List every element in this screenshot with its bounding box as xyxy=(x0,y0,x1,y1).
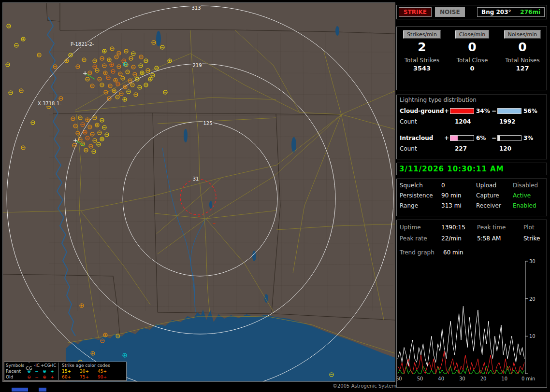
legend-row: Symbols-CG-IC+CG+ICStrike age color code… xyxy=(6,363,125,368)
settings-row: Squelch 0 Upload Disabled xyxy=(397,182,547,190)
capture-label: Capture xyxy=(476,192,499,199)
uptime-value: 1390:15 xyxy=(441,224,465,231)
plot-label: Plot xyxy=(523,224,535,231)
taskbar-fragment xyxy=(12,388,28,392)
bearing-value: Bng 203° xyxy=(481,9,511,15)
peak-time-value: 5:58 AM xyxy=(477,235,501,242)
upload-label: Upload xyxy=(476,182,496,189)
lightning-map[interactable]: 31321912531 P-1821-2-X-3718-1- Symbols-C… xyxy=(2,2,395,382)
legend-age-value: 75+ xyxy=(80,374,98,380)
copyright-text: ©2005 Astrogenic Systems xyxy=(333,383,399,389)
trend-y-tick-label: 20 xyxy=(529,296,536,302)
trend-window-value: 60 min xyxy=(443,249,463,256)
bearing-box: Bng 203° 276mi xyxy=(477,7,545,17)
counters-section: Strikes/min 2 Total Strikes 3543 Close/m… xyxy=(396,27,547,90)
lake xyxy=(156,31,161,46)
range-label: Range xyxy=(400,202,418,209)
cg-plus-pct: 34% xyxy=(476,108,490,114)
ic-minus-pct: 3% xyxy=(523,135,533,141)
legend-age-area: Strike age color codes xyxy=(58,363,125,368)
total-noises-label: Total Noises xyxy=(497,57,548,64)
strikes-per-min-button[interactable]: Strikes/min xyxy=(403,30,441,39)
trend-y-tick-label: 30 xyxy=(529,259,536,264)
legend-strike-symbol-icon: − xyxy=(33,368,41,374)
persistence-label: Persistence xyxy=(400,192,433,199)
legend-symbol-header: +CG xyxy=(41,363,48,368)
ic-plus-bar-fill xyxy=(450,136,458,140)
legend-strike-symbol-icon: ⊕ xyxy=(41,374,48,380)
trend-graph-label: Trend graph xyxy=(400,249,434,256)
statistics-section: Uptime 1390:15 Peak time Plot Peak rate … xyxy=(396,220,547,388)
plus-sign: + xyxy=(444,135,449,141)
trend-x-tick-label: 50 xyxy=(417,376,423,381)
legend-row: Old⊖−⊕+60+75+90+ xyxy=(6,374,125,380)
legend-strike-symbol-icon: ⊖ xyxy=(25,374,33,380)
peak-time-label: Peak time xyxy=(477,224,506,231)
minus-sign: − xyxy=(492,108,496,114)
squelch-label: Squelch xyxy=(400,182,423,189)
count-label: Count xyxy=(400,145,417,152)
lake xyxy=(209,201,212,209)
ic-plus-bar xyxy=(450,135,474,141)
taskbar-fragment xyxy=(39,388,46,392)
distribution-title: Lightning type distribution xyxy=(397,95,547,105)
intracloud-row: Intracloud + 6% − 3% xyxy=(397,135,547,142)
peak-rate-label: Peak rate xyxy=(400,235,427,242)
plus-sign: + xyxy=(444,108,449,114)
noises-per-min-button[interactable]: Noises/min xyxy=(504,30,541,39)
ic-plus-pct: 6% xyxy=(476,135,486,141)
legend-strike-symbol-icon: + xyxy=(48,374,56,380)
lake xyxy=(184,129,188,142)
uptime-label: Uptime xyxy=(400,224,421,231)
legend-strike-symbol-icon: − xyxy=(33,374,41,380)
strikes-counter-column: Strikes/min 2 Total Strikes 3543 xyxy=(397,27,447,72)
squelch-value: 0 xyxy=(441,182,445,189)
legend-age-value: 60+ xyxy=(62,374,80,380)
intracloud-label: Intracloud xyxy=(400,135,433,141)
legend-age-value: 15+ xyxy=(62,368,80,374)
noise-indicator[interactable]: NOISE xyxy=(435,7,465,17)
close-per-min-button[interactable]: Close/min xyxy=(455,30,489,39)
peak-rate-value: 22/min xyxy=(441,235,462,242)
total-strikes-label: Total Strikes xyxy=(397,57,447,64)
count-label: Count xyxy=(400,118,417,125)
lake xyxy=(335,26,339,36)
receiver-label: Receiver xyxy=(476,202,501,209)
ring-range-label: 219 xyxy=(192,63,202,68)
upload-status: Disabled xyxy=(513,182,538,189)
cloud-ground-count-row: Count 1204 1992 xyxy=(397,118,547,126)
trend-graph: 3020106050403020100 min xyxy=(397,259,548,388)
receiver-status: Enabled xyxy=(513,202,536,209)
distribution-section: Lightning type distribution Cloud-ground… xyxy=(396,95,547,159)
trend-y-tick-label: 10 xyxy=(529,334,536,339)
lake xyxy=(264,294,268,303)
trend-x-tick-label: 20 xyxy=(480,376,487,381)
legend-symbol-header: +IC xyxy=(48,363,56,368)
settings-section: Squelch 0 Upload Disabled Persistence 90… xyxy=(396,179,547,216)
strike-indicator[interactable]: STRIKE xyxy=(399,7,432,17)
cg-minus-bar-fill xyxy=(498,109,521,113)
cloud-ground-row: Cloud-ground + 34% − 56% xyxy=(397,108,547,115)
legend-strike-symbol-icon: + xyxy=(48,368,56,374)
capture-status: Active xyxy=(513,192,531,199)
indicator-bar: STRIKE NOISE Bng 203° 276mi xyxy=(396,5,547,19)
ring-range-label: 313 xyxy=(191,5,201,11)
cg-plus-count: 1204 xyxy=(455,118,471,125)
total-close-value: 0 xyxy=(447,65,497,72)
trend-x-tick-label: 10 xyxy=(501,376,507,381)
ic-minus-count: 120 xyxy=(499,145,511,152)
trend-series-strike-rate xyxy=(398,306,524,366)
settings-row: Persistence 90 min Capture Active xyxy=(397,192,547,200)
legend-strike-symbol-icon: ⊕ xyxy=(41,368,48,374)
ring-range-label: 31 xyxy=(193,176,199,182)
lake xyxy=(252,251,256,261)
ic-minus-bar-fill xyxy=(498,136,500,140)
range-value: 313 mi xyxy=(441,202,462,209)
legend-row-label: Recent xyxy=(6,368,25,374)
legend-age-title: Strike age color codes xyxy=(62,363,110,368)
legend-symbol-header: -IC xyxy=(33,363,41,368)
total-noises-value: 127 xyxy=(497,65,548,72)
ring-range-label: 125 xyxy=(203,121,212,126)
cloud-ground-label: Cloud-ground xyxy=(400,108,444,114)
cg-plus-bar-fill xyxy=(450,109,474,113)
